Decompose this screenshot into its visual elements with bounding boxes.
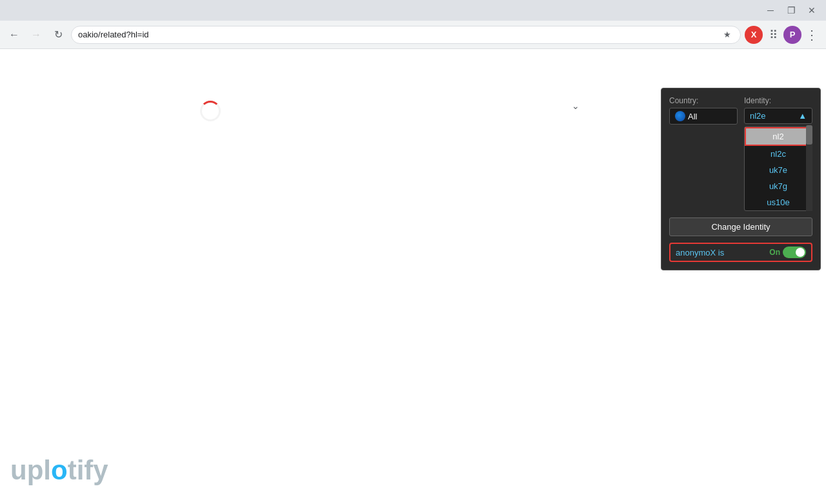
identity-option-uk7e[interactable]: uk7e — [745, 162, 812, 178]
identity-option-nl2c[interactable]: nl2c — [745, 146, 812, 162]
identity-col: Identity: nl2e ▲ nl2 nl2c uk7e uk7g us10… — [744, 96, 812, 211]
page-dropdown-arrow[interactable]: ⌄ — [572, 101, 579, 111]
logo-text-lo: o — [51, 455, 68, 485]
reload-button[interactable]: ↻ — [49, 26, 67, 44]
profile-button[interactable]: P — [783, 26, 801, 44]
chrome-menu-button[interactable]: ⋮ — [803, 26, 821, 44]
identity-current-display[interactable]: nl2e ▲ — [744, 108, 812, 124]
anonymox-ext-button[interactable]: X — [745, 26, 763, 44]
identity-options: nl2 nl2c uk7e uk7g us10e — [744, 126, 812, 211]
identity-scroll-track — [806, 125, 812, 211]
globe-icon — [675, 111, 685, 121]
panel-top-row: Country: All Identity: nl2e ▲ nl2 — [669, 96, 812, 211]
country-value: All — [688, 112, 697, 121]
change-identity-button[interactable]: Change Identity — [669, 217, 812, 236]
identity-option-nl2[interactable]: nl2 — [745, 127, 812, 146]
country-label: Country: — [669, 96, 738, 105]
identity-current-value: nl2e — [750, 111, 766, 121]
minimize-button[interactable]: ─ — [761, 1, 780, 19]
logo-text-tify: tify — [68, 455, 108, 485]
anonymox-panel: Country: All Identity: nl2e ▲ nl2 — [661, 88, 821, 270]
identity-label: Identity: — [744, 96, 812, 105]
extension-icons: X ⠿ P ⋮ — [745, 26, 821, 44]
close-button[interactable]: ✕ — [803, 1, 821, 19]
forward-button[interactable]: → — [27, 26, 45, 44]
identity-option-uk7g[interactable]: uk7g — [745, 178, 812, 194]
uplotify-logo: uplotify — [10, 455, 108, 486]
loading-spinner — [200, 101, 221, 121]
logo-text-up: upl — [10, 455, 51, 485]
browser-titlebar: ─ ❐ ✕ — [0, 0, 826, 21]
anonymox-status-label: anonymoX is — [676, 248, 724, 257]
identity-dropdown-list: nl2 nl2c uk7e uk7g us10e — [744, 125, 812, 211]
anonymox-status-row: anonymoX is On — [669, 243, 812, 262]
spinner-ring — [200, 101, 221, 121]
back-button[interactable]: ← — [5, 26, 23, 44]
address-bar[interactable]: oakio/related?hl=id ★ — [71, 26, 741, 44]
toggle-on-label: On — [769, 248, 780, 257]
identity-scroll-thumb[interactable] — [806, 125, 812, 145]
browser-toolbar: ← → ↻ oakio/related?hl=id ★ X ⠿ P ⋮ — [0, 21, 826, 49]
restore-button[interactable]: ❐ — [782, 1, 800, 19]
country-col: Country: All — [669, 96, 738, 125]
extensions-button[interactable]: ⠿ — [764, 26, 782, 44]
url-text: oakio/related?hl=id — [78, 30, 149, 39]
anonymox-toggle[interactable] — [783, 247, 806, 258]
bookmark-icon[interactable]: ★ — [723, 30, 731, 39]
toggle-knob — [796, 248, 805, 257]
country-button[interactable]: All — [669, 108, 738, 125]
identity-dropdown-arrow: ▲ — [798, 111, 807, 121]
page-content: ⌄ uplotify Country: All Identity: nl2e — [0, 49, 826, 504]
toggle-container: On — [769, 247, 806, 258]
identity-option-us10e[interactable]: us10e — [745, 194, 812, 210]
